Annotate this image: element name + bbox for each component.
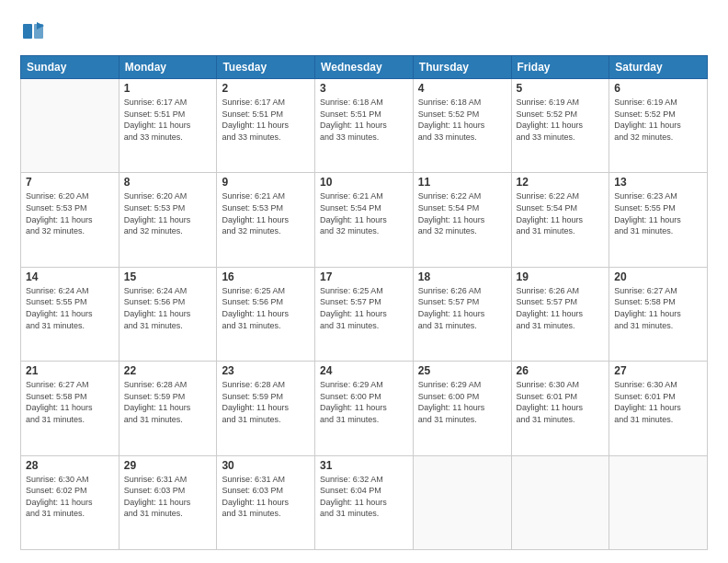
day-number: 8: [124, 176, 212, 189]
day-info: Sunrise: 6:31 AM Sunset: 6:03 PM Dayligh…: [222, 474, 310, 520]
calendar-cell: 21Sunrise: 6:27 AM Sunset: 5:58 PM Dayli…: [21, 362, 119, 455]
column-header-tuesday: Tuesday: [217, 56, 315, 79]
calendar-week-row: 28Sunrise: 6:30 AM Sunset: 6:02 PM Dayli…: [21, 455, 708, 549]
calendar-cell: 2Sunrise: 6:17 AM Sunset: 5:51 PM Daylig…: [217, 79, 315, 173]
day-info: Sunrise: 6:24 AM Sunset: 5:56 PM Dayligh…: [124, 285, 212, 331]
calendar-cell: 28Sunrise: 6:30 AM Sunset: 6:02 PM Dayli…: [21, 455, 119, 549]
day-info: Sunrise: 6:32 AM Sunset: 6:04 PM Dayligh…: [320, 474, 408, 520]
day-number: 24: [320, 364, 408, 377]
calendar-cell: [21, 79, 119, 173]
calendar-cell: 13Sunrise: 6:23 AM Sunset: 5:55 PM Dayli…: [609, 173, 708, 267]
day-number: 27: [614, 364, 702, 377]
day-info: Sunrise: 6:17 AM Sunset: 5:51 PM Dayligh…: [222, 97, 310, 143]
calendar-cell: 18Sunrise: 6:26 AM Sunset: 5:57 PM Dayli…: [413, 267, 511, 361]
day-number: 22: [124, 364, 212, 377]
calendar-cell: 24Sunrise: 6:29 AM Sunset: 6:00 PM Dayli…: [315, 362, 414, 455]
day-info: Sunrise: 6:19 AM Sunset: 5:52 PM Dayligh…: [517, 97, 605, 143]
day-number: 5: [517, 82, 605, 95]
day-info: Sunrise: 6:29 AM Sunset: 6:00 PM Dayligh…: [320, 379, 408, 425]
calendar-cell: 10Sunrise: 6:21 AM Sunset: 5:54 PM Dayli…: [315, 173, 414, 267]
calendar-cell: [511, 455, 609, 549]
day-info: Sunrise: 6:24 AM Sunset: 5:55 PM Dayligh…: [26, 285, 114, 331]
day-number: 21: [26, 364, 114, 377]
day-number: 29: [124, 459, 212, 472]
day-info: Sunrise: 6:22 AM Sunset: 5:54 PM Dayligh…: [418, 190, 506, 236]
logo-icon: [20, 20, 46, 46]
day-number: 6: [614, 82, 702, 95]
day-info: Sunrise: 6:28 AM Sunset: 5:59 PM Dayligh…: [222, 379, 310, 425]
calendar-week-row: 14Sunrise: 6:24 AM Sunset: 5:55 PM Dayli…: [21, 267, 708, 361]
day-info: Sunrise: 6:27 AM Sunset: 5:58 PM Dayligh…: [26, 379, 114, 425]
calendar-cell: 22Sunrise: 6:28 AM Sunset: 5:59 PM Dayli…: [119, 362, 217, 455]
calendar-week-row: 7Sunrise: 6:20 AM Sunset: 5:53 PM Daylig…: [21, 173, 708, 267]
day-number: 23: [222, 364, 310, 377]
calendar-cell: 20Sunrise: 6:27 AM Sunset: 5:58 PM Dayli…: [609, 267, 708, 361]
calendar-cell: 5Sunrise: 6:19 AM Sunset: 5:52 PM Daylig…: [511, 79, 609, 173]
calendar-cell: 31Sunrise: 6:32 AM Sunset: 6:04 PM Dayli…: [315, 455, 414, 549]
column-header-saturday: Saturday: [609, 56, 708, 79]
day-info: Sunrise: 6:25 AM Sunset: 5:57 PM Dayligh…: [320, 285, 408, 331]
day-number: 9: [222, 176, 310, 189]
day-info: Sunrise: 6:20 AM Sunset: 5:53 PM Dayligh…: [26, 190, 114, 236]
day-number: 2: [222, 82, 310, 95]
day-info: Sunrise: 6:31 AM Sunset: 6:03 PM Dayligh…: [124, 474, 212, 520]
column-header-friday: Friday: [511, 56, 609, 79]
calendar-cell: 17Sunrise: 6:25 AM Sunset: 5:57 PM Dayli…: [315, 267, 414, 361]
calendar-cell: 23Sunrise: 6:28 AM Sunset: 5:59 PM Dayli…: [217, 362, 315, 455]
day-number: 7: [26, 176, 114, 189]
calendar-cell: 14Sunrise: 6:24 AM Sunset: 5:55 PM Dayli…: [21, 267, 119, 361]
calendar-cell: 8Sunrise: 6:20 AM Sunset: 5:53 PM Daylig…: [119, 173, 217, 267]
day-number: 31: [320, 459, 408, 472]
day-number: 17: [320, 270, 408, 283]
day-info: Sunrise: 6:20 AM Sunset: 5:53 PM Dayligh…: [124, 190, 212, 236]
calendar-cell: 29Sunrise: 6:31 AM Sunset: 6:03 PM Dayli…: [119, 455, 217, 549]
day-info: Sunrise: 6:19 AM Sunset: 5:52 PM Dayligh…: [614, 97, 702, 143]
svg-rect-1: [23, 24, 32, 39]
day-number: 20: [614, 270, 702, 283]
day-info: Sunrise: 6:29 AM Sunset: 6:00 PM Dayligh…: [418, 379, 506, 425]
calendar-cell: 27Sunrise: 6:30 AM Sunset: 6:01 PM Dayli…: [609, 362, 708, 455]
calendar-week-row: 1Sunrise: 6:17 AM Sunset: 5:51 PM Daylig…: [21, 79, 708, 173]
day-number: 25: [418, 364, 506, 377]
calendar-cell: 9Sunrise: 6:21 AM Sunset: 5:53 PM Daylig…: [217, 173, 315, 267]
day-number: 18: [418, 270, 506, 283]
calendar-cell: 11Sunrise: 6:22 AM Sunset: 5:54 PM Dayli…: [413, 173, 511, 267]
day-info: Sunrise: 6:30 AM Sunset: 6:01 PM Dayligh…: [614, 379, 702, 425]
calendar-cell: 16Sunrise: 6:25 AM Sunset: 5:56 PM Dayli…: [217, 267, 315, 361]
day-number: 1: [124, 82, 212, 95]
day-number: 30: [222, 459, 310, 472]
day-number: 14: [26, 270, 114, 283]
day-number: 10: [320, 176, 408, 189]
day-info: Sunrise: 6:21 AM Sunset: 5:53 PM Dayligh…: [222, 190, 310, 236]
column-header-monday: Monday: [119, 56, 217, 79]
day-info: Sunrise: 6:26 AM Sunset: 5:57 PM Dayligh…: [517, 285, 605, 331]
calendar-cell: 30Sunrise: 6:31 AM Sunset: 6:03 PM Dayli…: [217, 455, 315, 549]
day-info: Sunrise: 6:23 AM Sunset: 5:55 PM Dayligh…: [614, 190, 702, 236]
column-header-thursday: Thursday: [413, 56, 511, 79]
calendar-table: SundayMondayTuesdayWednesdayThursdayFrid…: [20, 55, 708, 550]
day-number: 16: [222, 270, 310, 283]
calendar-cell: 12Sunrise: 6:22 AM Sunset: 5:54 PM Dayli…: [511, 173, 609, 267]
calendar-cell: 25Sunrise: 6:29 AM Sunset: 6:00 PM Dayli…: [413, 362, 511, 455]
calendar-cell: 4Sunrise: 6:18 AM Sunset: 5:52 PM Daylig…: [413, 79, 511, 173]
day-number: 3: [320, 82, 408, 95]
calendar-cell: 6Sunrise: 6:19 AM Sunset: 5:52 PM Daylig…: [609, 79, 708, 173]
logo: [20, 20, 50, 46]
calendar-cell: [413, 455, 511, 549]
day-number: 28: [26, 459, 114, 472]
day-number: 11: [418, 176, 506, 189]
day-number: 15: [124, 270, 212, 283]
calendar-cell: 3Sunrise: 6:18 AM Sunset: 5:51 PM Daylig…: [315, 79, 414, 173]
day-info: Sunrise: 6:26 AM Sunset: 5:57 PM Dayligh…: [418, 285, 506, 331]
day-info: Sunrise: 6:17 AM Sunset: 5:51 PM Dayligh…: [124, 97, 212, 143]
header: [20, 17, 708, 46]
calendar-cell: [609, 455, 708, 549]
column-header-sunday: Sunday: [21, 56, 119, 79]
day-info: Sunrise: 6:22 AM Sunset: 5:54 PM Dayligh…: [517, 190, 605, 236]
calendar-cell: 19Sunrise: 6:26 AM Sunset: 5:57 PM Dayli…: [511, 267, 609, 361]
day-info: Sunrise: 6:30 AM Sunset: 6:02 PM Dayligh…: [26, 474, 114, 520]
day-info: Sunrise: 6:21 AM Sunset: 5:54 PM Dayligh…: [320, 190, 408, 236]
day-info: Sunrise: 6:25 AM Sunset: 5:56 PM Dayligh…: [222, 285, 310, 331]
day-number: 13: [614, 176, 702, 189]
page: SundayMondayTuesdayWednesdayThursdayFrid…: [0, 0, 728, 563]
